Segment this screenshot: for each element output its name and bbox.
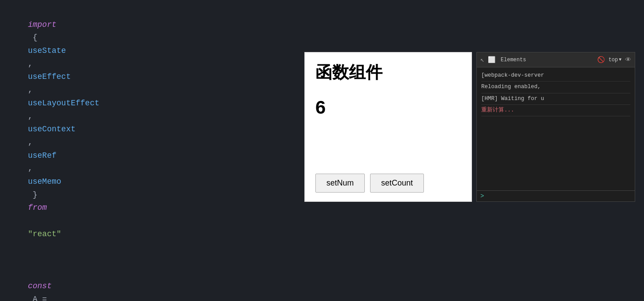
devtools-panel: ↖ ⬜ Elements 🚫 top ▼ 👁 [webpack-dev-serv… <box>476 52 635 202</box>
preview-content: 函数组件 6 setNum setCount <box>305 52 472 201</box>
cursor-icon[interactable]: ↖ <box>480 56 484 64</box>
preview-buttons: setNum setCount <box>315 165 461 193</box>
keyword-from: from <box>28 203 47 212</box>
console-prompt-icon: > <box>480 193 484 200</box>
eye-icon[interactable]: 👁 <box>625 56 631 63</box>
no-entry-icon[interactable]: 🚫 <box>597 56 605 63</box>
device-icon[interactable]: ⬜ <box>488 56 495 63</box>
console-line-3: [HMR] Waiting for u <box>481 93 630 105</box>
top-dropdown[interactable]: top ▼ <box>608 57 622 63</box>
console-line-1: [webpack-dev-server <box>481 70 630 82</box>
preview-number: 6 <box>315 97 461 118</box>
tab-elements[interactable]: Elements <box>501 57 526 63</box>
set-count-button[interactable]: setCount <box>370 174 424 193</box>
set-num-button[interactable]: setNum <box>315 174 365 193</box>
code-line-2 <box>9 254 635 267</box>
devtools-toolbar: ↖ ⬜ Elements 🚫 top ▼ 👁 <box>477 52 635 67</box>
chevron-down-icon: ▼ <box>619 57 622 62</box>
preview-window: 函数组件 6 setNum setCount <box>304 52 472 202</box>
keyword-import: import <box>28 20 56 29</box>
console-line-2: Reloading enabled, <box>481 82 630 93</box>
devtools-console-area: [webpack-dev-server Reloading enabled, [… <box>477 67 635 190</box>
preview-title: 函数组件 <box>315 61 461 84</box>
devtools-input-row: > <box>477 190 635 201</box>
code-line-3: const A = props ⇒ { <box>9 267 635 301</box>
console-line-4: 重新计算... <box>481 105 630 116</box>
